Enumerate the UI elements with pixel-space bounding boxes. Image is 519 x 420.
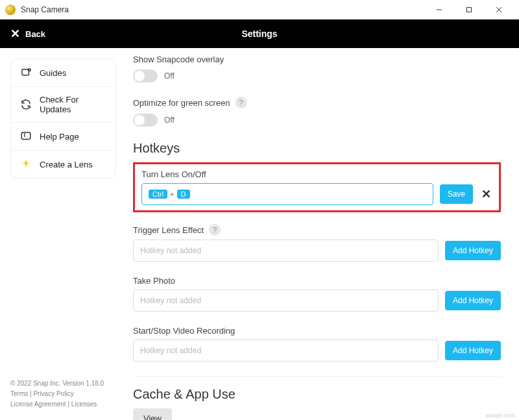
record-input[interactable]: Hotkey not added: [133, 340, 439, 362]
guides-icon: [20, 67, 32, 79]
sidebar-menu: Guides Check For Updates Help Page Creat…: [10, 58, 116, 179]
main-panel: Show Snapcode overlay Off Optimize for g…: [127, 48, 519, 420]
sidebar-item-updates[interactable]: Check For Updates: [11, 87, 115, 123]
sidebar: Guides Check For Updates Help Page Creat…: [0, 48, 127, 420]
greenscreen-state: Off: [164, 116, 175, 125]
trigger-lens-input[interactable]: Hotkey not added: [133, 240, 439, 262]
terms-link[interactable]: Terms: [10, 390, 28, 397]
copyright-text: © 2022 Snap Inc. Version 1.18.0: [10, 378, 116, 389]
svg-point-5: [28, 69, 30, 71]
snapcode-overlay-state: Off: [164, 71, 175, 80]
view-cache-button[interactable]: View: [133, 408, 172, 420]
add-hotkey-button[interactable]: Add Hotkey: [445, 291, 501, 310]
footer: © 2022 Snap Inc. Version 1.18.0 Terms | …: [10, 378, 116, 410]
back-label: Back: [25, 29, 45, 39]
window-controls: [424, 0, 514, 19]
add-hotkey-button[interactable]: Add Hotkey: [445, 241, 501, 260]
take-photo-label: Take Photo: [133, 276, 501, 286]
sidebar-item-label: Guides: [40, 68, 66, 78]
help-tooltip-icon[interactable]: ?: [209, 224, 221, 236]
svg-rect-6: [21, 132, 30, 140]
turn-lens-label: Turn Lens On/Off: [141, 169, 492, 179]
key-chip-ctrl: Ctrl: [149, 190, 167, 199]
snapcode-overlay-toggle[interactable]: [133, 69, 158, 82]
license-link[interactable]: License Agreement: [10, 401, 66, 408]
sparkle-icon: [20, 158, 32, 170]
turn-lens-hotkey-input[interactable]: Ctrl + D: [141, 183, 433, 205]
save-button[interactable]: Save: [440, 184, 473, 204]
trigger-lens-label: Trigger Lens Effect: [133, 225, 204, 235]
svg-point-8: [24, 134, 25, 134]
sidebar-item-label: Create a Lens: [40, 160, 93, 169]
hotkeys-heading: Hotkeys: [133, 141, 501, 156]
help-icon: [20, 130, 32, 142]
page-title: Settings: [241, 29, 277, 39]
cancel-hotkey-button[interactable]: ✕: [479, 187, 492, 201]
close-icon: ✕: [10, 27, 20, 41]
add-hotkey-button[interactable]: Add Hotkey: [445, 341, 501, 360]
app-icon: [5, 5, 16, 15]
record-block: Start/Stop Video Recording Hotkey not ad…: [133, 326, 501, 362]
plus-separator: +: [170, 190, 174, 198]
minimize-button[interactable]: [424, 0, 454, 19]
watermark: wsxdn.com: [486, 412, 515, 419]
page-header: ✕ Back Settings: [0, 19, 519, 48]
licenses-link[interactable]: Licenses: [71, 401, 97, 408]
refresh-icon: [20, 99, 32, 110]
window-titlebar: Snap Camera: [0, 0, 519, 19]
sidebar-item-create-lens[interactable]: Create a Lens: [11, 151, 115, 178]
svg-rect-1: [467, 7, 472, 12]
back-button[interactable]: ✕ Back: [10, 27, 45, 41]
sidebar-item-help[interactable]: Help Page: [11, 123, 115, 151]
trigger-lens-block: Trigger Lens Effect? Hotkey not added Ad…: [133, 224, 501, 262]
cache-heading: Cache & App Use: [133, 387, 501, 402]
take-photo-input[interactable]: Hotkey not added: [133, 290, 439, 312]
greenscreen-toggle[interactable]: [133, 114, 158, 127]
close-window-button[interactable]: [484, 0, 514, 19]
help-tooltip-icon[interactable]: ?: [235, 97, 247, 108]
key-chip-d: D: [177, 190, 190, 199]
sidebar-item-label: Help Page: [40, 132, 79, 142]
sidebar-item-guides[interactable]: Guides: [11, 59, 115, 87]
snapcode-overlay-label: Show Snapcode overlay: [133, 55, 501, 64]
sidebar-item-label: Check For Updates: [40, 95, 106, 114]
maximize-button[interactable]: [454, 0, 484, 19]
divider: [133, 376, 501, 377]
turn-lens-hotkey-block: Turn Lens On/Off Ctrl + D Save ✕: [133, 162, 501, 212]
privacy-link[interactable]: Privacy Policy: [33, 390, 73, 397]
app-title: Snap Camera: [21, 5, 424, 14]
record-label: Start/Stop Video Recording: [133, 326, 501, 336]
greenscreen-label: Optimize for green screen ?: [133, 97, 501, 108]
take-photo-block: Take Photo Hotkey not added Add Hotkey: [133, 276, 501, 312]
